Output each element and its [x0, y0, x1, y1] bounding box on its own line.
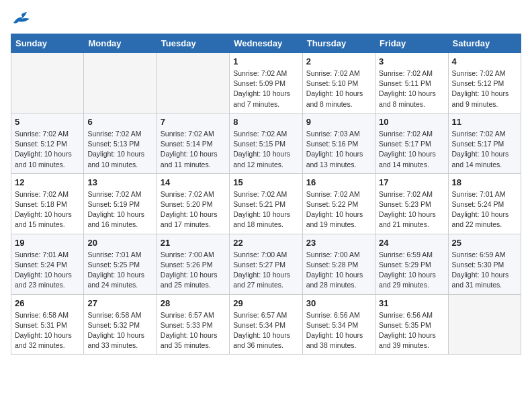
calendar-cell: 3Sunrise: 7:02 AM Sunset: 5:11 PM Daylig… [375, 53, 448, 113]
day-info: Sunrise: 6:57 AM Sunset: 5:33 PM Dayligh… [161, 310, 226, 351]
day-info: Sunrise: 6:59 AM Sunset: 5:29 PM Dayligh… [379, 250, 444, 291]
calendar-cell: 19Sunrise: 7:01 AM Sunset: 5:24 PM Dayli… [11, 234, 84, 294]
calendar-header [11, 11, 521, 26]
day-info: Sunrise: 7:02 AM Sunset: 5:15 PM Dayligh… [233, 129, 298, 170]
day-number: 17 [379, 177, 444, 187]
calendar-cell [448, 294, 521, 355]
calendar-cell: 30Sunrise: 6:56 AM Sunset: 5:34 PM Dayli… [302, 294, 375, 355]
day-info: Sunrise: 7:02 AM Sunset: 5:17 PM Dayligh… [379, 129, 444, 170]
calendar-cell: 11Sunrise: 7:02 AM Sunset: 5:17 PM Dayli… [448, 113, 521, 173]
day-number: 1 [233, 56, 298, 66]
day-number: 19 [15, 238, 80, 248]
calendar-cell: 1Sunrise: 7:02 AM Sunset: 5:09 PM Daylig… [230, 53, 302, 113]
day-number: 15 [233, 177, 298, 187]
day-info: Sunrise: 7:02 AM Sunset: 5:19 PM Dayligh… [87, 189, 152, 230]
calendar-cell: 28Sunrise: 6:57 AM Sunset: 5:33 PM Dayli… [157, 294, 229, 355]
day-number: 13 [87, 177, 152, 187]
calendar-week-row: 12Sunrise: 7:02 AM Sunset: 5:18 PM Dayli… [11, 173, 521, 234]
weekday-header-thursday: Thursday [302, 34, 375, 53]
day-info: Sunrise: 7:00 AM Sunset: 5:27 PM Dayligh… [233, 250, 298, 291]
day-info: Sunrise: 7:02 AM Sunset: 5:11 PM Dayligh… [379, 68, 444, 109]
calendar-cell: 8Sunrise: 7:02 AM Sunset: 5:15 PM Daylig… [230, 113, 302, 173]
calendar-cell: 9Sunrise: 7:03 AM Sunset: 5:16 PM Daylig… [302, 113, 375, 173]
day-info: Sunrise: 7:02 AM Sunset: 5:18 PM Dayligh… [15, 189, 80, 230]
day-number: 3 [379, 56, 444, 66]
day-number: 18 [452, 177, 517, 187]
weekday-header-friday: Friday [375, 34, 448, 53]
day-number: 23 [306, 238, 371, 248]
calendar-cell: 22Sunrise: 7:00 AM Sunset: 5:27 PM Dayli… [230, 234, 302, 294]
calendar-cell: 13Sunrise: 7:02 AM Sunset: 5:19 PM Dayli… [84, 173, 157, 234]
calendar-cell: 7Sunrise: 7:02 AM Sunset: 5:14 PM Daylig… [157, 113, 229, 173]
calendar-week-row: 26Sunrise: 6:58 AM Sunset: 5:31 PM Dayli… [11, 294, 521, 355]
day-number: 29 [233, 298, 298, 308]
day-number: 9 [306, 117, 371, 127]
calendar-cell: 5Sunrise: 7:02 AM Sunset: 5:12 PM Daylig… [11, 113, 84, 173]
weekday-header-tuesday: Tuesday [157, 34, 229, 53]
calendar-cell: 20Sunrise: 7:01 AM Sunset: 5:25 PM Dayli… [84, 234, 157, 294]
calendar-cell: 23Sunrise: 7:00 AM Sunset: 5:28 PM Dayli… [302, 234, 375, 294]
day-number: 26 [15, 298, 80, 308]
weekday-header-row: SundayMondayTuesdayWednesdayThursdayFrid… [11, 34, 521, 53]
day-info: Sunrise: 6:58 AM Sunset: 5:32 PM Dayligh… [87, 310, 152, 351]
calendar-cell: 6Sunrise: 7:02 AM Sunset: 5:13 PM Daylig… [84, 113, 157, 173]
day-info: Sunrise: 7:02 AM Sunset: 5:13 PM Dayligh… [87, 129, 152, 170]
day-number: 28 [161, 298, 226, 308]
weekday-header-saturday: Saturday [448, 34, 521, 53]
day-number: 5 [15, 117, 80, 127]
day-info: Sunrise: 7:02 AM Sunset: 5:23 PM Dayligh… [379, 189, 444, 230]
calendar-cell: 24Sunrise: 6:59 AM Sunset: 5:29 PM Dayli… [375, 234, 448, 294]
day-number: 12 [15, 177, 80, 187]
day-info: Sunrise: 7:02 AM Sunset: 5:21 PM Dayligh… [233, 189, 298, 230]
day-number: 25 [452, 238, 517, 248]
day-info: Sunrise: 7:01 AM Sunset: 5:25 PM Dayligh… [87, 250, 152, 291]
calendar-cell: 21Sunrise: 7:00 AM Sunset: 5:26 PM Dayli… [157, 234, 229, 294]
calendar-week-row: 1Sunrise: 7:02 AM Sunset: 5:09 PM Daylig… [11, 53, 521, 113]
day-info: Sunrise: 6:56 AM Sunset: 5:35 PM Dayligh… [379, 310, 444, 351]
calendar-cell: 2Sunrise: 7:02 AM Sunset: 5:10 PM Daylig… [302, 53, 375, 113]
calendar-cell: 29Sunrise: 6:57 AM Sunset: 5:34 PM Dayli… [230, 294, 302, 355]
calendar-cell: 31Sunrise: 6:56 AM Sunset: 5:35 PM Dayli… [375, 294, 448, 355]
logo-bird-icon [12, 11, 31, 26]
day-info: Sunrise: 7:02 AM Sunset: 5:22 PM Dayligh… [306, 189, 371, 230]
calendar-cell: 16Sunrise: 7:02 AM Sunset: 5:22 PM Dayli… [302, 173, 375, 234]
day-number: 22 [233, 238, 298, 248]
calendar-cell: 18Sunrise: 7:01 AM Sunset: 5:24 PM Dayli… [448, 173, 521, 234]
day-number: 16 [306, 177, 371, 187]
day-number: 27 [87, 298, 152, 308]
calendar-week-row: 5Sunrise: 7:02 AM Sunset: 5:12 PM Daylig… [11, 113, 521, 173]
day-number: 4 [452, 56, 517, 66]
calendar-week-row: 19Sunrise: 7:01 AM Sunset: 5:24 PM Dayli… [11, 234, 521, 294]
day-info: Sunrise: 7:00 AM Sunset: 5:26 PM Dayligh… [161, 250, 226, 291]
day-info: Sunrise: 7:00 AM Sunset: 5:28 PM Dayligh… [306, 250, 371, 291]
day-number: 2 [306, 56, 371, 66]
calendar-cell: 12Sunrise: 7:02 AM Sunset: 5:18 PM Dayli… [11, 173, 84, 234]
day-info: Sunrise: 7:02 AM Sunset: 5:20 PM Dayligh… [161, 189, 226, 230]
weekday-header-monday: Monday [84, 34, 157, 53]
calendar-cell: 27Sunrise: 6:58 AM Sunset: 5:32 PM Dayli… [84, 294, 157, 355]
calendar-cell [84, 53, 157, 113]
calendar-cell [11, 53, 84, 113]
day-number: 21 [161, 238, 226, 248]
calendar-cell: 17Sunrise: 7:02 AM Sunset: 5:23 PM Dayli… [375, 173, 448, 234]
day-info: Sunrise: 7:02 AM Sunset: 5:14 PM Dayligh… [161, 129, 226, 170]
day-info: Sunrise: 7:02 AM Sunset: 5:12 PM Dayligh… [452, 68, 517, 109]
day-number: 6 [87, 117, 152, 127]
day-number: 14 [161, 177, 226, 187]
day-info: Sunrise: 7:02 AM Sunset: 5:09 PM Dayligh… [233, 68, 298, 109]
day-info: Sunrise: 6:56 AM Sunset: 5:34 PM Dayligh… [306, 310, 371, 351]
day-info: Sunrise: 6:58 AM Sunset: 5:31 PM Dayligh… [15, 310, 80, 351]
day-info: Sunrise: 6:59 AM Sunset: 5:30 PM Dayligh… [452, 250, 517, 291]
day-info: Sunrise: 7:03 AM Sunset: 5:16 PM Dayligh… [306, 129, 371, 170]
day-number: 11 [452, 117, 517, 127]
day-info: Sunrise: 7:01 AM Sunset: 5:24 PM Dayligh… [452, 189, 517, 230]
calendar-cell: 4Sunrise: 7:02 AM Sunset: 5:12 PM Daylig… [448, 53, 521, 113]
calendar-cell: 10Sunrise: 7:02 AM Sunset: 5:17 PM Dayli… [375, 113, 448, 173]
calendar-cell: 15Sunrise: 7:02 AM Sunset: 5:21 PM Dayli… [230, 173, 302, 234]
logo [11, 11, 31, 26]
day-number: 10 [379, 117, 444, 127]
calendar-cell: 25Sunrise: 6:59 AM Sunset: 5:30 PM Dayli… [448, 234, 521, 294]
day-info: Sunrise: 7:02 AM Sunset: 5:10 PM Dayligh… [306, 68, 371, 109]
calendar-cell [157, 53, 229, 113]
day-number: 30 [306, 298, 371, 308]
